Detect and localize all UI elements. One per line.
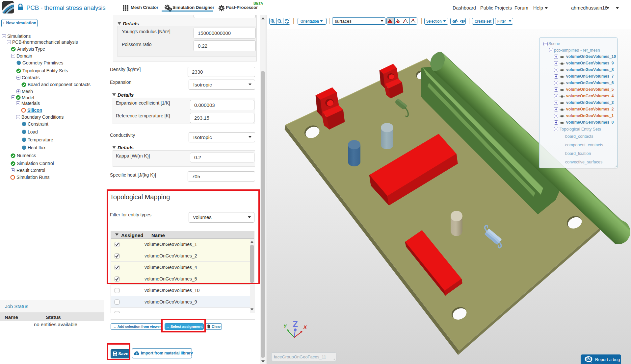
- svg-text:Z: Z: [293, 319, 298, 329]
- svg-text:X: X: [303, 324, 307, 330]
